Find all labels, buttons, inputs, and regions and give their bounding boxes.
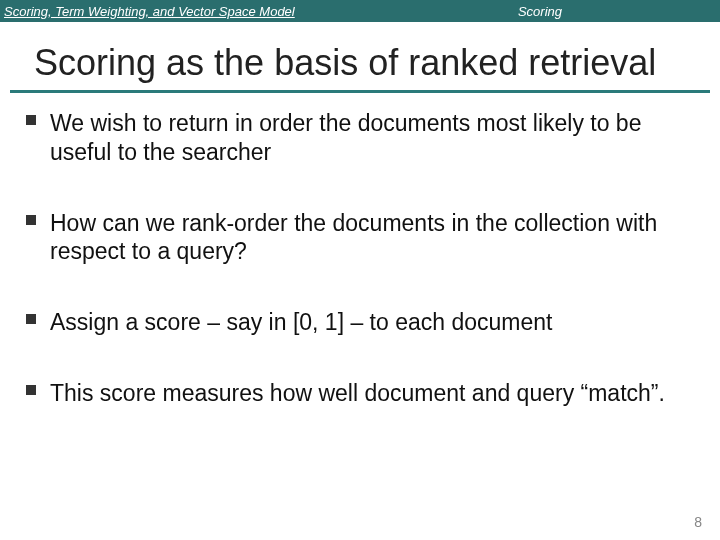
bullet-square-icon bbox=[26, 314, 36, 324]
bullet-text: We wish to return in order the documents… bbox=[50, 109, 694, 167]
bullet-text: This score measures how well document an… bbox=[50, 379, 694, 408]
svg-rect-1 bbox=[26, 215, 36, 225]
slide-content: We wish to return in order the documents… bbox=[0, 105, 720, 408]
svg-rect-0 bbox=[26, 115, 36, 125]
svg-rect-3 bbox=[26, 385, 36, 395]
bullet-square-icon bbox=[26, 385, 36, 395]
bullet-text: Assign a score – say in [0, 1] – to each… bbox=[50, 308, 694, 337]
bullet-item: This score measures how well document an… bbox=[26, 379, 694, 408]
header-right-text: Scoring bbox=[360, 0, 720, 22]
bullet-item: We wish to return in order the documents… bbox=[26, 109, 694, 167]
bullet-text: How can we rank-order the documents in t… bbox=[50, 209, 694, 267]
bullet-square-icon bbox=[26, 115, 36, 125]
page-number: 8 bbox=[694, 514, 702, 530]
slide-title: Scoring as the basis of ranked retrieval bbox=[10, 22, 710, 93]
bullet-square-icon bbox=[26, 215, 36, 225]
slide-header: Scoring, Term Weighting, and Vector Spac… bbox=[0, 0, 720, 22]
bullet-item: How can we rank-order the documents in t… bbox=[26, 209, 694, 267]
header-left-text: Scoring, Term Weighting, and Vector Spac… bbox=[0, 0, 360, 22]
svg-rect-2 bbox=[26, 314, 36, 324]
bullet-item: Assign a score – say in [0, 1] – to each… bbox=[26, 308, 694, 337]
